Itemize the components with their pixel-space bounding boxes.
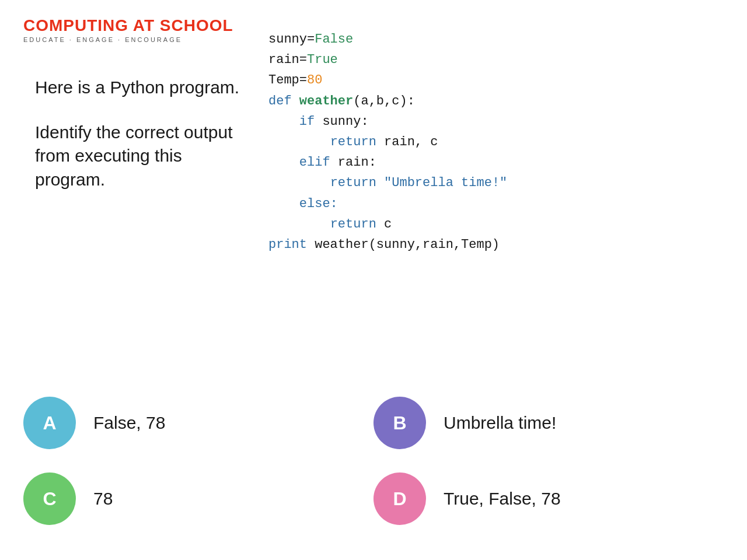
- answer-d[interactable]: D True, False, 78: [374, 473, 724, 525]
- bubble-a[interactable]: A: [23, 397, 76, 449]
- question-text: Identify the correct output from executi…: [35, 121, 245, 192]
- code-line-2: rain=True: [268, 50, 507, 70]
- logo-title: COMPUTING AT SCHOOL: [23, 16, 233, 35]
- answer-a-label: False, 78: [93, 413, 165, 433]
- logo-computing: COMPUTING: [23, 16, 133, 34]
- code-line-7: elif rain:: [268, 152, 507, 173]
- answer-c[interactable]: C 78: [23, 473, 374, 525]
- code-panel: sunny=False rain=True Temp=80 def weathe…: [268, 29, 507, 255]
- answers-area: A False, 78 B Umbrella time! C 78 D True…: [23, 397, 724, 525]
- bubble-c[interactable]: C: [23, 473, 76, 525]
- intro-text: Here is a Python program.: [35, 76, 245, 100]
- code-line-5: if sunny:: [268, 111, 507, 132]
- code-line-8: return "Umbrella time!": [268, 173, 507, 193]
- code-line-4: def weather(a,b,c):: [268, 91, 507, 111]
- bubble-b[interactable]: B: [374, 397, 426, 449]
- code-line-3: Temp=80: [268, 70, 507, 90]
- answer-a[interactable]: A False, 78: [23, 397, 374, 449]
- logo: COMPUTING AT SCHOOL EDUCATE · ENGAGE · E…: [23, 16, 233, 43]
- answer-b-label: Umbrella time!: [444, 413, 556, 433]
- answer-c-label: 78: [93, 489, 113, 509]
- code-line-6: return rain, c: [268, 132, 507, 152]
- code-line-9: else:: [268, 194, 507, 214]
- bubble-d[interactable]: D: [374, 473, 426, 525]
- code-line-10: return c: [268, 214, 507, 235]
- code-line-1: sunny=False: [268, 29, 507, 50]
- logo-at-school: AT SCHOOL: [133, 16, 233, 34]
- left-panel: Here is a Python program. Identify the c…: [35, 76, 245, 191]
- logo-tagline: EDUCATE · ENGAGE · ENCOURAGE: [23, 36, 233, 43]
- code-line-11: print weather(sunny,rain,Temp): [268, 235, 507, 255]
- answer-d-label: True, False, 78: [444, 489, 561, 509]
- answer-b[interactable]: B Umbrella time!: [374, 397, 724, 449]
